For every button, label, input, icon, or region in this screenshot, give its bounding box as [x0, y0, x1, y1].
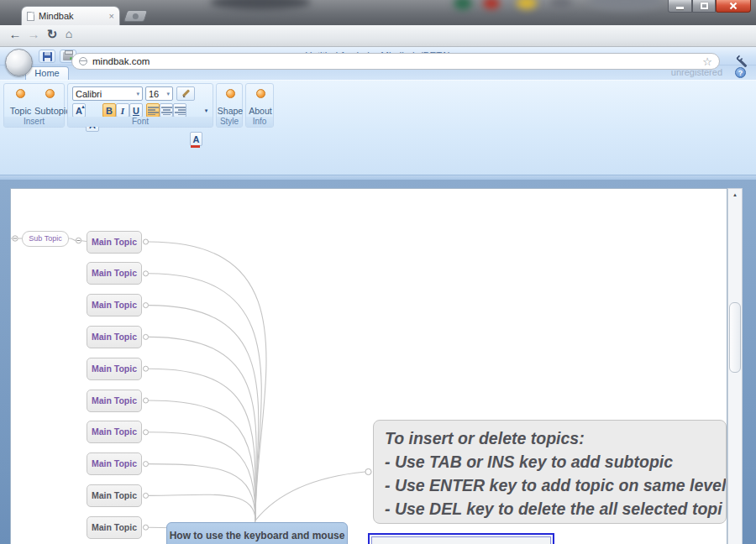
subtopic-icon — [45, 89, 55, 98]
main-topic-node[interactable]: Main Topic — [87, 294, 142, 316]
settings-wrench-icon[interactable] — [736, 55, 749, 69]
ribbon-group-insert: Topic Subtopic Insert — [3, 83, 65, 128]
main-topic-node[interactable]: Main Topic — [87, 452, 142, 475]
node-handle-icon[interactable] — [144, 271, 149, 276]
node-handle-icon[interactable] — [144, 525, 149, 530]
ribbon-group-font: Calibri ▾ 16 ▾ A A B I U — [67, 83, 213, 128]
node-handle-icon[interactable] — [144, 398, 149, 403]
node-handle-icon[interactable] — [144, 334, 149, 339]
bookmark-star-icon[interactable]: ☆ — [702, 55, 712, 68]
home-button[interactable]: ⌂ — [60, 27, 77, 40]
chevron-down-icon: ▾ — [166, 91, 170, 97]
connector-line — [149, 242, 266, 520]
align-left-button[interactable] — [146, 103, 160, 118]
new-tab-icon — [133, 13, 139, 19]
insert-group-label: Insert — [4, 117, 64, 127]
url-text[interactable]: mindbak.com — [92, 56, 697, 66]
tab-close-icon[interactable]: × — [109, 12, 114, 20]
browser-tab[interactable]: Mindbak × — [21, 6, 120, 25]
background-blur-blob — [210, 0, 311, 10]
maximize-button[interactable] — [692, 0, 716, 13]
italic-button[interactable]: I — [116, 103, 129, 118]
app-menu-orb-button[interactable] — [5, 49, 33, 76]
connector-line — [149, 494, 255, 520]
subtopic-button-label: Subtopic — [34, 106, 65, 116]
ribbon: Topic Subtopic Insert Calibri ▾ 16 ▾ — [0, 80, 756, 175]
back-button[interactable]: ← — [7, 27, 24, 41]
close-button[interactable] — [716, 0, 751, 13]
scroll-up-arrow[interactable] — [728, 190, 742, 200]
align-right-button[interactable] — [173, 103, 186, 118]
about-icon — [256, 89, 265, 98]
new-tab-button[interactable] — [123, 10, 149, 22]
main-topic-node[interactable]: Main Topic — [87, 421, 142, 443]
mindbak-app: ▾ Untitled 1.mbak - Mindbak (BETA) Home … — [0, 47, 756, 544]
background-blur-blob — [550, 0, 572, 9]
format-painter-button[interactable] — [176, 86, 195, 101]
shape-button-label: Shape — [217, 106, 244, 116]
node-handle-icon[interactable] — [144, 366, 149, 371]
grow-font-button[interactable]: A — [72, 103, 86, 118]
mindmap-canvas[interactable]: Sub Topic How to use the keyboard and mo… — [10, 188, 727, 544]
font-size-select[interactable]: 16 ▾ — [145, 86, 173, 101]
font-color-button[interactable]: A — [190, 132, 202, 146]
font-color-caret[interactable] — [202, 103, 210, 118]
tab-home[interactable]: Home — [25, 66, 69, 80]
address-bar[interactable]: mindbak.com ☆ — [71, 53, 720, 70]
node-handle-icon[interactable] — [144, 303, 149, 308]
main-topic-node[interactable]: Main Topic — [87, 231, 142, 254]
forward-button[interactable]: → — [25, 27, 42, 41]
close-icon — [729, 2, 738, 10]
about-button[interactable]: About — [246, 89, 275, 116]
main-topic-node[interactable]: Main Topic — [87, 262, 142, 285]
connector-line — [149, 400, 255, 520]
topic-button-label: Topic — [6, 106, 35, 116]
main-topic-node[interactable]: Main Topic — [87, 516, 142, 539]
pen-icon — [181, 89, 191, 99]
central-topic-line1: How to use the keyboard and mouse — [167, 529, 347, 542]
insert-instructions-node[interactable]: To insert or delete topics: - Use TAB or… — [373, 420, 727, 524]
node-handle-icon[interactable] — [144, 493, 149, 498]
topic-button[interactable]: Topic — [6, 89, 35, 116]
main-topic-node[interactable]: Main Topic — [87, 326, 142, 348]
align-center-button[interactable] — [160, 103, 173, 118]
bold-button[interactable]: B — [102, 103, 116, 118]
node-handle-icon[interactable] — [365, 468, 371, 474]
ribbon-group-style: Shape ▾ Style — [216, 83, 243, 128]
main-topic-node[interactable]: Main Topic — [87, 390, 142, 412]
font-family-select[interactable]: Calibri ▾ — [72, 86, 143, 101]
minimize-button[interactable] — [668, 0, 692, 13]
connector-line — [149, 432, 255, 520]
underline-button[interactable]: U — [129, 103, 143, 118]
align-left-icon — [148, 107, 159, 115]
style-group-label: Style — [217, 117, 242, 127]
insert-instructions-line: - Use TAB or INS key to add subtopic — [385, 450, 726, 473]
globe-icon — [79, 57, 87, 65]
minimize-icon — [676, 7, 684, 9]
central-topic-node[interactable]: How to use the keyboard and mouse for ea… — [166, 522, 348, 544]
background-blur-blob — [517, 0, 537, 9]
maximize-icon — [701, 3, 708, 9]
reload-button[interactable]: ↻ — [44, 27, 60, 42]
chevron-down-icon: ▾ — [136, 91, 139, 97]
connector-line — [149, 337, 256, 520]
info-group-label: Info — [246, 117, 273, 127]
node-handle-icon[interactable] — [144, 430, 149, 435]
connector-line — [255, 472, 365, 520]
insert-instructions-line: - Use DEL key to delete the all selected… — [385, 497, 726, 520]
main-topic-node[interactable]: Main Topic — [87, 484, 142, 507]
subtopic-button[interactable]: Subtopic — [34, 89, 65, 116]
shape-icon — [226, 89, 235, 98]
node-handle-icon[interactable] — [144, 239, 149, 244]
wrench-bar — [739, 60, 748, 68]
sub-topic-node[interactable]: Sub Topic — [22, 231, 69, 247]
main-topic-node[interactable]: Main Topic — [87, 358, 142, 380]
vertical-scrollbar[interactable] — [727, 188, 743, 544]
topic-icon — [16, 89, 25, 98]
align-center-icon — [161, 107, 172, 115]
node-handle-icon[interactable] — [144, 462, 149, 467]
navigate-instructions-node-selected[interactable]: To navigate through topics: - Use the ar… — [368, 533, 554, 544]
connector-line — [149, 369, 255, 520]
browser-toolbar: ← → ↻ ⌂ mindbak.com ☆ — [0, 25, 756, 47]
vertical-scroll-thumb[interactable] — [729, 302, 741, 373]
